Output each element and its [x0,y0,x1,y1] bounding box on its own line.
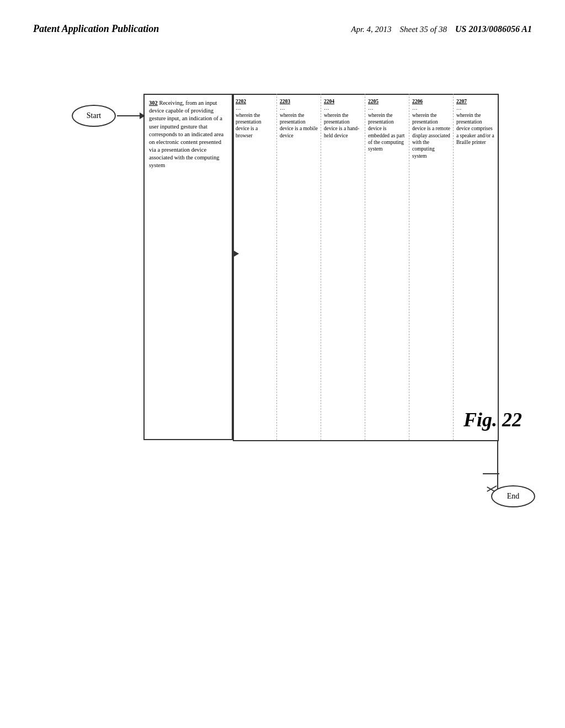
end-arrow-v1 [497,473,498,490]
sub-box-2204-dots: … [324,105,329,111]
sub-box-2203: 2203 … wherein the presentation device i… [277,94,321,440]
main-step-num: 302 [149,100,158,106]
sub-box-2206: 2206 … wherein the presentation device i… [409,94,454,440]
sub-box-2206-dots: … [412,105,418,111]
main-step-text: Receiving, from an input device capable … [149,100,223,168]
fig-label: Fig. 22 [463,408,522,431]
sub-box-2203-id: 2203 [280,98,318,105]
end-node: End [491,485,535,507]
sub-box-2205: 2205 … wherein the presentation device i… [365,94,409,440]
sub-box-2204-id: 2204 [324,98,362,105]
fig-label-text: Fig. 22 [463,409,522,431]
patent-number: US 2013/0086056 A1 [455,24,532,34]
sub-box-2205-id: 2205 [368,98,406,105]
sub-box-2204: 2204 … wherein the presentation device i… [321,94,365,440]
main-process-box: 302 Receiving, from an input device capa… [143,94,233,440]
sub-box-2207-dots: … [456,105,462,111]
sub-box-2202-id: 2202 [236,98,274,105]
bottom-border-line [233,440,499,441]
sub-box-2206-text: wherein the presentation device is a rem… [412,113,450,159]
sub-box-2202-dots: … [236,105,241,111]
sub-box-2203-text: wherein the presentation device is a mob… [280,113,318,138]
sub-box-2203-dots: … [280,105,285,111]
sub-box-2206-id: 2206 [412,98,450,105]
pub-date: Apr. 4, 2013 [351,25,391,34]
sub-to-end-vertical [497,440,498,473]
publication-title-text: Patent Application Publication [33,23,159,34]
header: Patent Application Publication Apr. 4, 2… [0,22,565,36]
header-meta: Apr. 4, 2013 Sheet 35 of 38 US 2013/0086… [351,22,532,36]
diagram-area: Start 302 Receiving, from an input devic… [33,88,532,684]
sub-box-2205-dots: … [368,105,374,111]
sub-box-2204-text: wherein the presentation device is a han… [324,113,359,138]
sub-box-2202: 2202 … wherein the presentation device i… [233,94,277,440]
sheet-info: Sheet 35 of 38 [400,25,447,34]
sub-box-2207: 2207 … wherein the presentation device c… [454,94,499,440]
start-node: Start [72,105,116,127]
sub-box-2207-text: wherein the presentation device comprise… [456,113,494,145]
sub-box-2207-id: 2207 [456,98,496,105]
end-label: End [507,492,520,501]
publication-title: Patent Application Publication [33,22,159,36]
sub-box-2202-text: wherein the presentation device is a bro… [236,113,261,138]
start-arrow [117,115,145,116]
start-label: Start [87,111,101,120]
sub-box-2205-text: wherein the presentation device is embed… [368,113,404,152]
